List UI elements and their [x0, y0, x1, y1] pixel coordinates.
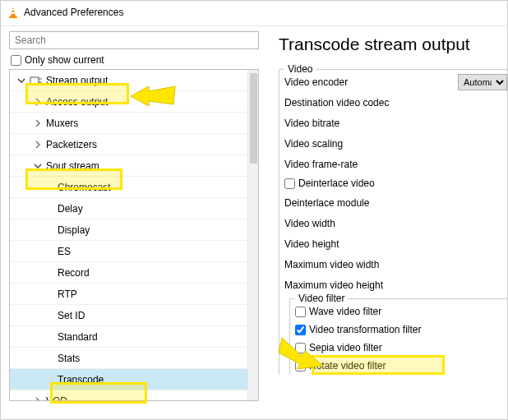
- tree-item-access-output[interactable]: Access output: [10, 91, 247, 113]
- tree-item-display[interactable]: Display: [10, 219, 247, 241]
- tree-item-stats[interactable]: Stats: [10, 348, 247, 369]
- tree-item-label: Display: [58, 224, 90, 236]
- tree-item-transcode[interactable]: Transcode: [10, 369, 247, 390]
- video-height-label: Video height: [284, 238, 339, 250]
- tree-item-stream-output[interactable]: Stream output: [10, 70, 247, 91]
- chevron-down-icon: [33, 161, 43, 171]
- tree-item-label: Delay: [58, 203, 83, 215]
- tree-item-sout-stream[interactable]: Sout stream: [10, 155, 247, 177]
- video-encoder-label: Video encoder: [284, 76, 348, 88]
- transform-filter-label: Video transformation filter: [309, 324, 422, 335]
- transform-filter-checkbox[interactable]: [295, 325, 306, 335]
- video-framerate-label: Video frame-rate: [284, 159, 358, 170]
- wave-filter-label: Wave video filter: [309, 306, 381, 317]
- rotate-filter-checkbox[interactable]: [295, 361, 306, 372]
- wave-filter-checkbox[interactable]: [295, 307, 306, 317]
- section-title: Transcode stream output: [279, 35, 507, 54]
- deint-module-label: Deinterlace module: [284, 197, 369, 209]
- deinterlace-checkbox[interactable]: [284, 178, 295, 189]
- tree-item-label: Standard: [58, 331, 98, 343]
- tree-item-chromecast[interactable]: Chromecast: [10, 177, 247, 198]
- tree-item-label: Access output: [46, 96, 108, 108]
- tree-item-label: Stream output: [46, 75, 108, 86]
- dest-codec-label: Destination video codec: [284, 97, 389, 108]
- max-height-label: Maximum video height: [284, 279, 383, 291]
- tree-item-label: ES: [58, 246, 71, 257]
- sepia-filter-label: Sepia video filter: [309, 342, 382, 353]
- video-scaling-label: Video scaling: [284, 138, 343, 150]
- tree-body: Stream output Access output Muxers: [10, 70, 247, 400]
- tree-item-label: Muxers: [46, 118, 78, 129]
- svg-rect-4: [30, 77, 39, 84]
- max-width-label: Maximum video width: [284, 259, 379, 270]
- chevron-right-icon: [33, 396, 43, 402]
- title-bar: Advanced Preferences: [1, 1, 507, 24]
- rotate-filter-label: Rotate video filter: [309, 360, 386, 372]
- svg-marker-0: [11, 7, 16, 16]
- right-panel: Transcode stream output Video Video enco…: [264, 31, 507, 420]
- tree-item-label: RTP: [58, 288, 77, 300]
- window-title: Advanced Preferences: [24, 7, 123, 18]
- svg-rect-1: [12, 9, 15, 11]
- tree-item-es[interactable]: ES: [10, 241, 247, 262]
- tree-item-delay[interactable]: Delay: [10, 198, 247, 219]
- tree-item-standard[interactable]: Standard: [10, 326, 247, 348]
- content-area: Only show current Stream output: [1, 31, 507, 420]
- chevron-right-icon: [33, 140, 43, 150]
- tree-item-set-id[interactable]: Set ID: [10, 305, 247, 326]
- tree-container: Stream output Access output Muxers: [9, 69, 259, 401]
- tree-item-label: Set ID: [58, 310, 85, 321]
- vlc-cone-icon: [7, 6, 19, 19]
- tree-item-label: Transcode: [58, 374, 104, 385]
- tree-item-muxers[interactable]: Muxers: [10, 113, 247, 134]
- stream-output-icon: [30, 74, 43, 87]
- scrollbar-thumb[interactable]: [250, 73, 257, 164]
- tree-item-vod[interactable]: VOD: [10, 390, 247, 401]
- video-filter-group: Video filter Wave video filter Video tra…: [289, 298, 507, 375]
- tree-item-label: Chromecast: [58, 182, 111, 193]
- deinterlace-label: Deinterlace video: [298, 178, 375, 189]
- tree-item-packetizers[interactable]: Packetizers: [10, 134, 247, 155]
- tree-scrollbar[interactable]: [247, 70, 258, 400]
- tree-item-label: VOD: [46, 395, 67, 402]
- chevron-down-icon: [16, 76, 26, 85]
- video-width-label: Video width: [284, 218, 335, 229]
- only-show-current-checkbox[interactable]: [11, 55, 21, 66]
- left-panel: Only show current Stream output: [1, 31, 264, 420]
- chevron-right-icon: [33, 118, 43, 128]
- video-group-label: Video: [284, 63, 316, 75]
- tree-item-label: Packetizers: [46, 139, 97, 150]
- search-input[interactable]: [9, 31, 259, 49]
- tree-item-label: Stats: [58, 353, 80, 364]
- tree-item-record[interactable]: Record: [10, 262, 247, 284]
- tree-item-rtp[interactable]: RTP: [10, 284, 247, 305]
- video-bitrate-label: Video bitrate: [284, 118, 339, 129]
- video-filter-group-label: Video filter: [295, 293, 348, 304]
- sepia-filter-checkbox[interactable]: [295, 343, 306, 353]
- video-group: Video Video encoder Automatic Destinatio…: [279, 69, 507, 375]
- chevron-right-icon: [33, 97, 43, 107]
- title-divider: [1, 25, 507, 26]
- tree-item-label: Record: [58, 267, 90, 279]
- only-show-current-label: Only show current: [25, 54, 104, 66]
- tree-item-label: Sout stream: [46, 160, 99, 172]
- svg-rect-2: [11, 12, 16, 14]
- video-encoder-select[interactable]: Automatic: [458, 74, 507, 90]
- svg-rect-3: [9, 16, 17, 18]
